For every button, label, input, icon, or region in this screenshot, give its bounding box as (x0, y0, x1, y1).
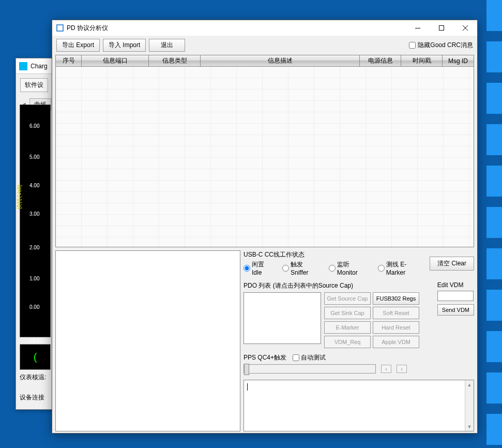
y-tick: 2.00 (29, 245, 39, 250)
meter-temp-label: 仪表核温: (20, 373, 51, 382)
import-button[interactable]: 导入 Import (103, 39, 146, 52)
console-output[interactable]: ▲ ▼ (244, 380, 474, 431)
maximize-icon (439, 25, 444, 31)
col-seq[interactable]: 序号 (56, 55, 82, 66)
edit-vdm-label: Edit VDM (437, 281, 474, 289)
exit-button[interactable]: 退出 (149, 39, 185, 52)
voltage-chart: 伏特(Volt) 6.00 5.00 4.00 3.00 2.00 1.00 0… (20, 104, 51, 337)
col-type[interactable]: 信息类型 (149, 55, 201, 66)
col-port[interactable]: 信息端口 (82, 55, 149, 66)
auto-test-checkbox[interactable] (293, 354, 299, 361)
maximize-button[interactable] (430, 20, 453, 36)
slider-next-button[interactable]: › (397, 365, 407, 373)
hide-crc-checkbox[interactable] (409, 42, 416, 49)
svg-rect-0 (415, 28, 420, 28)
scroll-down-icon[interactable]: ▼ (465, 422, 474, 431)
bg-app-icon (19, 62, 27, 70)
col-power[interactable]: 电源信息 (360, 55, 401, 66)
main-titlebar: PD 协议分析仪 (52, 20, 477, 36)
slider-thumb[interactable] (244, 364, 249, 375)
close-button[interactable] (453, 20, 477, 36)
y-tick: 0.00 (29, 304, 39, 310)
cc-state-label: USB-C CC线工作状态 (244, 250, 424, 259)
table-header: 序号 信息端口 信息类型 信息描述 电源信息 时间戳 Msg ID (56, 55, 474, 67)
radio-emarker-text: 测线 E-Marker (386, 260, 424, 276)
radio-monitor-text: 监听 Monitor (337, 260, 371, 276)
table-body-empty[interactable] (56, 67, 474, 247)
send-vdm-button[interactable]: Send VDM (437, 304, 474, 316)
get-source-cap-button[interactable]: Get Source Cap (324, 292, 371, 305)
hide-crc-checkbox-label[interactable]: 隐藏Good CRC消息 (409, 41, 473, 50)
software-settings-button[interactable]: 软件设 (20, 78, 48, 92)
device-connection-label: 设备连接 (20, 393, 51, 402)
meter-display: ( (20, 344, 51, 370)
pdo-list-label: PDO 列表 (请点击列表中的Source Cap) (244, 281, 429, 290)
hard-reset-button[interactable]: Hard Reset (373, 321, 419, 334)
pps-slider[interactable] (244, 364, 376, 374)
radio-idle-label[interactable]: 闲置 Idle (244, 260, 275, 276)
radio-sniffer-label[interactable]: 触发 Sniffer (282, 260, 322, 276)
fusb302-regs-button[interactable]: FUSB302 Regs (373, 292, 419, 305)
chart-y-axis-label: 伏特(Volt) (16, 185, 23, 210)
soft-reset-button[interactable]: Soft Reset (373, 307, 419, 319)
y-tick: 1.00 (29, 276, 39, 281)
y-tick: 4.00 (29, 183, 39, 188)
radio-sniffer-text: 触发 Sniffer (291, 260, 322, 276)
emarker-button[interactable]: E-Marker (324, 321, 371, 334)
x-tick: 00:0 (29, 338, 39, 344)
toolbar: 导出 Export 导入 Import 退出 隐藏Good CRC消息 (52, 36, 477, 55)
clear-button[interactable]: 清空 Clear (430, 257, 474, 271)
pd-analyzer-window: PD 协议分析仪 导出 Export 导入 Import 退出 隐藏Good C… (52, 20, 478, 434)
vdm-input[interactable] (437, 291, 474, 301)
export-button[interactable]: 导出 Export (56, 39, 100, 52)
apple-vdm-button[interactable]: Apple VDM (373, 336, 419, 348)
minimize-button[interactable] (406, 20, 430, 36)
hide-crc-text: 隐藏Good CRC消息 (418, 41, 473, 50)
auto-test-text: 自动测试 (301, 353, 326, 362)
vdm-req-button[interactable]: VDM_Req (324, 336, 371, 348)
col-time[interactable]: 时间戳 (401, 55, 443, 66)
slider-prev-button[interactable]: ‹ (381, 365, 391, 373)
col-desc[interactable]: 信息描述 (201, 55, 360, 66)
y-tick: 5.00 (29, 154, 39, 160)
log-panel[interactable] (55, 250, 240, 431)
get-sink-cap-button[interactable]: Get Sink Cap (324, 307, 371, 319)
bg-title-text: Charg (31, 63, 48, 70)
text-cursor (247, 383, 248, 391)
minimize-icon (415, 28, 420, 28)
radio-emarker[interactable] (378, 265, 385, 272)
radio-monitor-label[interactable]: 监听 Monitor (329, 260, 371, 276)
radio-sniffer[interactable] (282, 265, 289, 272)
console-scrollbar[interactable]: ▲ ▼ (465, 380, 474, 431)
radio-monitor[interactable] (329, 265, 336, 272)
auto-test-checkbox-label[interactable]: 自动测试 (293, 353, 326, 362)
pdo-listbox[interactable] (244, 292, 321, 344)
col-msgid[interactable]: Msg ID (443, 55, 474, 66)
y-tick: 6.00 (29, 123, 39, 129)
radio-idle[interactable] (244, 265, 250, 272)
svg-rect-1 (439, 26, 444, 31)
pps-label: PPS QC4+触发 (244, 353, 286, 362)
radio-emarker-label[interactable]: 测线 E-Marker (378, 260, 424, 276)
radio-idle-text: 闲置 Idle (252, 260, 275, 276)
app-icon (56, 24, 64, 32)
close-icon (463, 25, 468, 31)
y-tick: 3.00 (29, 211, 39, 217)
message-table: 序号 信息端口 信息类型 信息描述 电源信息 时间戳 Msg ID (55, 55, 474, 247)
window-title: PD 协议分析仪 (67, 24, 406, 33)
scroll-up-icon[interactable]: ▲ (465, 380, 474, 389)
